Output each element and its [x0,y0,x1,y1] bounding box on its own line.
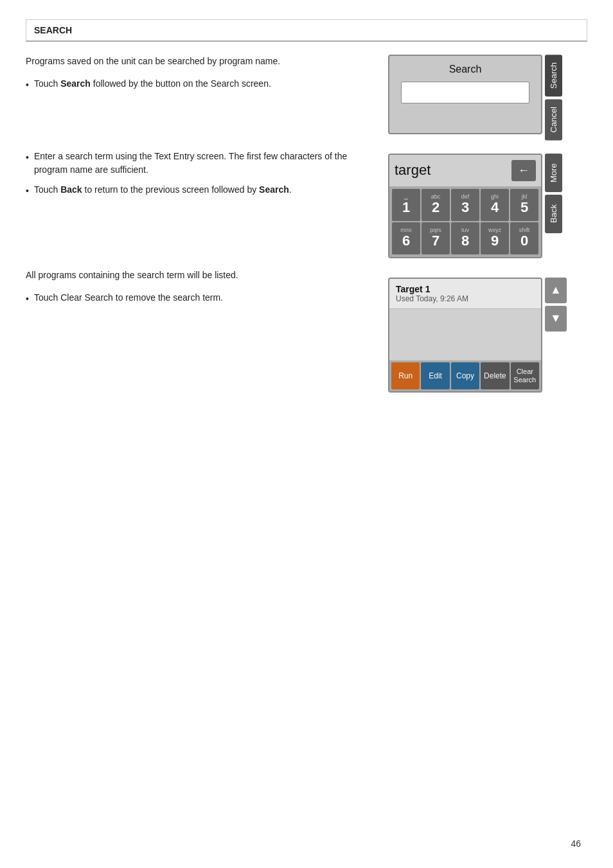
run-button[interactable]: Run [391,362,420,389]
search-screen-container: Search Search Cancel [388,55,587,141]
key-8[interactable]: tuv 8 [451,222,479,254]
bullet-1-text: Touch Search followed by the button on t… [34,77,271,91]
bullet-3: • Touch Back to return to the previous s… [26,183,375,198]
delete-button[interactable]: Delete [481,362,509,389]
key-4[interactable]: ghi 4 [481,189,509,221]
search-side-tabs: Search Cancel [545,55,562,141]
clear-search-button[interactable]: Clear Search [511,362,539,389]
scroll-down-button[interactable]: ▼ [545,306,567,332]
text-entry-screen: target ← ␣ 1 abc 2 [388,154,542,258]
search-tab[interactable]: Search [545,55,562,96]
results-screen: Target 1 Used Today, 9:26 AM Run Edit Co… [388,278,542,393]
result-item-name: Target 1 [396,284,535,294]
text-entry-value: target [395,162,508,179]
key-7[interactable]: pqrs 7 [422,222,450,254]
result-buttons: Run Edit Copy Delete Clear Search [389,360,541,391]
right-column: Search Search Cancel target [388,55,587,399]
bullet-dot-2: • [26,151,29,164]
bullet-3-text: Touch Back to return to the previous scr… [34,183,292,197]
bullet-2: • Enter a search term using the Text Ent… [26,150,375,177]
scroll-arrows: ▲ ▼ [545,278,567,393]
main-layout: Programs saved on the unit can be search… [26,55,587,399]
keypad: ␣ 1 abc 2 def 3 ghi 4 [389,186,541,257]
text-entry-container: target ← ␣ 1 abc 2 [388,154,587,265]
key-5[interactable]: jkl 5 [510,189,538,221]
intro-text: Programs saved on the unit can be search… [26,55,375,68]
page-number: 46 [571,838,581,849]
result-item-sub: Used Today, 9:26 AM [396,294,535,303]
bullet-5: • Touch Clear Search to remove the searc… [26,291,375,306]
key-3[interactable]: def 3 [451,189,479,221]
key-0[interactable]: shift 0 [510,222,538,254]
bullet-2-text: Enter a search term using the Text Entry… [34,150,375,177]
key-1[interactable]: ␣ 1 [392,189,420,221]
text-entry-top: target ← [389,155,541,186]
search-screen-title: Search [449,64,482,75]
bullet-dot-1: • [26,78,29,92]
bullet-dot-3: • [26,184,29,198]
text-entry-side-tabs: More Back [545,154,562,265]
bullet-1: • Touch Search followed by the button on… [26,77,375,92]
bullet-4-text: All programs containing the search term … [26,269,375,282]
left-column: Programs saved on the unit can be search… [26,55,375,399]
key-9[interactable]: wxyz 9 [481,222,509,254]
edit-button[interactable]: Edit [421,362,449,389]
result-empty-space [389,309,541,360]
copy-button[interactable]: Copy [451,362,479,389]
cancel-tab[interactable]: Cancel [545,99,562,140]
spacer-1 [26,98,375,150]
backspace-button[interactable]: ← [511,160,536,181]
search-screen: Search [388,55,542,134]
section-title: SEARCH [34,25,72,35]
key-2[interactable]: abc 2 [422,189,450,221]
bullet-dot-5: • [26,292,29,306]
search-input-field[interactable] [401,82,529,103]
key-6[interactable]: mno 6 [392,222,420,254]
results-container: Target 1 Used Today, 9:26 AM Run Edit Co… [388,278,587,393]
scroll-up-button[interactable]: ▲ [545,278,567,303]
back-tab[interactable]: Back [545,195,562,233]
more-tab[interactable]: More [545,154,562,192]
spacer-2 [26,204,375,269]
section-header: SEARCH [26,19,587,42]
result-item[interactable]: Target 1 Used Today, 9:26 AM [389,279,541,309]
bullet-5-text: Touch Clear Search to remove the search … [34,291,223,305]
